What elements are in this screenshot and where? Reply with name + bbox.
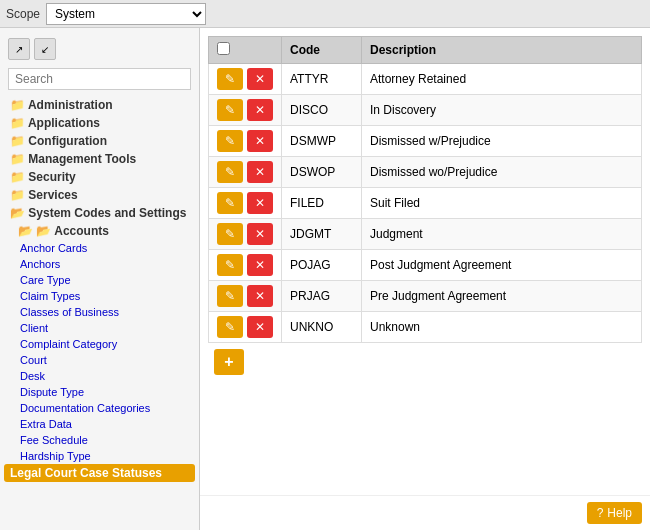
th-code: Code (282, 37, 362, 64)
sidebar-item-administration[interactable]: Administration (0, 96, 199, 114)
row-actions: ✎ ✕ (209, 126, 282, 157)
row-description: In Discovery (362, 95, 642, 126)
sidebar-item-hardship-type[interactable]: Hardship Type (0, 448, 199, 464)
delete-button[interactable]: ✕ (247, 99, 273, 121)
sidebar: ↗ ↙ Administration Applications Configur… (0, 28, 200, 530)
content-footer: ? Help (200, 495, 650, 530)
delete-button[interactable]: ✕ (247, 161, 273, 183)
sidebar-item-claim-types[interactable]: Claim Types (0, 288, 199, 304)
help-button[interactable]: ? Help (587, 502, 642, 524)
row-code: FILED (282, 188, 362, 219)
edit-button[interactable]: ✎ (217, 316, 243, 338)
row-code: DSMWP (282, 126, 362, 157)
sidebar-item-accounts[interactable]: 📂 Accounts (0, 222, 199, 240)
sidebar-item-extra-data[interactable]: Extra Data (0, 416, 199, 432)
row-description: Post Judgment Agreement (362, 250, 642, 281)
content-area: Code Description ✎ ✕ ATTYR Attorney Reta… (200, 28, 650, 530)
sidebar-item-documentation-categories[interactable]: Documentation Categories (0, 400, 199, 416)
sidebar-item-legal-court-case-statuses[interactable]: Legal Court Case Statuses (4, 464, 195, 482)
edit-button[interactable]: ✎ (217, 130, 243, 152)
sidebar-item-applications[interactable]: Applications (0, 114, 199, 132)
th-checkbox (209, 37, 282, 64)
sidebar-item-services[interactable]: Services (0, 186, 199, 204)
row-actions: ✎ ✕ (209, 64, 282, 95)
edit-button[interactable]: ✎ (217, 161, 243, 183)
table-row: ✎ ✕ PRJAG Pre Judgment Agreement (209, 281, 642, 312)
table-row: ✎ ✕ JDGMT Judgment (209, 219, 642, 250)
edit-button[interactable]: ✎ (217, 285, 243, 307)
delete-button[interactable]: ✕ (247, 130, 273, 152)
delete-button[interactable]: ✕ (247, 68, 273, 90)
row-code: POJAG (282, 250, 362, 281)
row-description: Pre Judgment Agreement (362, 281, 642, 312)
row-code: ATTYR (282, 64, 362, 95)
row-actions: ✎ ✕ (209, 250, 282, 281)
search-box (8, 68, 191, 90)
sidebar-item-client[interactable]: Client (0, 320, 199, 336)
content-inner: Code Description ✎ ✕ ATTYR Attorney Reta… (200, 28, 650, 495)
edit-button[interactable]: ✎ (217, 192, 243, 214)
expand-icon[interactable]: ↗ (8, 38, 30, 60)
th-description: Description (362, 37, 642, 64)
table-row: ✎ ✕ DSMWP Dismissed w/Prejudice (209, 126, 642, 157)
delete-button[interactable]: ✕ (247, 223, 273, 245)
row-description: Dismissed w/Prejudice (362, 126, 642, 157)
main-layout: ↗ ↙ Administration Applications Configur… (0, 28, 650, 530)
table-row: ✎ ✕ DISCO In Discovery (209, 95, 642, 126)
delete-button[interactable]: ✕ (247, 192, 273, 214)
sidebar-item-dispute-type[interactable]: Dispute Type (0, 384, 199, 400)
sidebar-item-court[interactable]: Court (0, 352, 199, 368)
row-actions: ✎ ✕ (209, 157, 282, 188)
row-actions: ✎ ✕ (209, 281, 282, 312)
row-actions: ✎ ✕ (209, 188, 282, 219)
scope-label: Scope (6, 7, 40, 21)
row-description: Attorney Retained (362, 64, 642, 95)
edit-button[interactable]: ✎ (217, 68, 243, 90)
scope-bar: Scope System (0, 0, 650, 28)
table-row: ✎ ✕ FILED Suit Filed (209, 188, 642, 219)
table-row: ✎ ✕ POJAG Post Judgment Agreement (209, 250, 642, 281)
row-actions: ✎ ✕ (209, 95, 282, 126)
row-description: Unknown (362, 312, 642, 343)
scope-select[interactable]: System (46, 3, 206, 25)
sidebar-item-desk[interactable]: Desk (0, 368, 199, 384)
add-button[interactable]: + (214, 349, 244, 375)
data-table: Code Description ✎ ✕ ATTYR Attorney Reta… (208, 36, 642, 343)
edit-button[interactable]: ✎ (217, 99, 243, 121)
row-code: DSWOP (282, 157, 362, 188)
sidebar-item-complaint-category[interactable]: Complaint Category (0, 336, 199, 352)
row-description: Judgment (362, 219, 642, 250)
collapse-icon[interactable]: ↙ (34, 38, 56, 60)
row-description: Suit Filed (362, 188, 642, 219)
sidebar-item-security[interactable]: Security (0, 168, 199, 186)
delete-button[interactable]: ✕ (247, 254, 273, 276)
delete-button[interactable]: ✕ (247, 316, 273, 338)
sidebar-item-anchor-cards[interactable]: Anchor Cards (0, 240, 199, 256)
sidebar-item-care-type[interactable]: Care Type (0, 272, 199, 288)
table-row: ✎ ✕ DSWOP Dismissed wo/Prejudice (209, 157, 642, 188)
row-actions: ✎ ✕ (209, 219, 282, 250)
row-code: PRJAG (282, 281, 362, 312)
sidebar-item-classes-of-business[interactable]: Classes of Business (0, 304, 199, 320)
select-all-checkbox[interactable] (217, 42, 230, 55)
row-description: Dismissed wo/Prejudice (362, 157, 642, 188)
sidebar-item-anchors[interactable]: Anchors (0, 256, 199, 272)
delete-button[interactable]: ✕ (247, 285, 273, 307)
row-actions: ✎ ✕ (209, 312, 282, 343)
sidebar-item-management-tools[interactable]: Management Tools (0, 150, 199, 168)
search-input[interactable] (8, 68, 191, 90)
sidebar-toolbar: ↗ ↙ (0, 34, 199, 64)
help-icon: ? (597, 506, 604, 520)
sidebar-item-system-codes[interactable]: System Codes and Settings (0, 204, 199, 222)
edit-button[interactable]: ✎ (217, 254, 243, 276)
row-code: UNKNO (282, 312, 362, 343)
sidebar-item-configuration[interactable]: Configuration (0, 132, 199, 150)
table-row: ✎ ✕ UNKNO Unknown (209, 312, 642, 343)
table-row: ✎ ✕ ATTYR Attorney Retained (209, 64, 642, 95)
edit-button[interactable]: ✎ (217, 223, 243, 245)
row-code: DISCO (282, 95, 362, 126)
row-code: JDGMT (282, 219, 362, 250)
sidebar-item-fee-schedule[interactable]: Fee Schedule (0, 432, 199, 448)
